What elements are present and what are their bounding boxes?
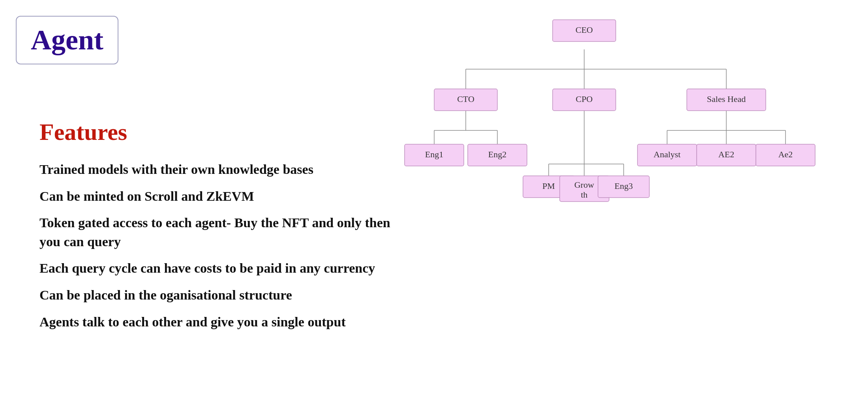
feature-item: Agents talk to each other and give you a… — [39, 313, 395, 332]
org-node-eng2-label: Eng2 — [488, 149, 506, 159]
org-node-cpo: CPO — [553, 89, 616, 111]
org-node-eng3: Eng3 — [598, 176, 649, 198]
org-node-cpo-label: CPO — [576, 94, 593, 104]
org-node-ae2b-label: Ae2 — [778, 149, 793, 159]
org-node-analyst-label: Analyst — [654, 149, 681, 159]
org-node-eng1: Eng1 — [405, 144, 464, 166]
org-node-ae2a: AE2 — [697, 144, 756, 166]
feature-item: Can be placed in the oganisational struc… — [39, 286, 395, 305]
org-node-growth-label: Grow — [574, 180, 594, 190]
org-chart-svg: CEO CTO CPO Sales Head Eng1 Eng2 — [324, 8, 853, 253]
org-node-cto-label: CTO — [457, 94, 474, 104]
org-node-eng2: Eng2 — [468, 144, 527, 166]
org-node-ae2b: Ae2 — [756, 144, 815, 166]
org-node-analyst: Analyst — [637, 144, 697, 166]
feature-item: Each query cycle can have costs to be pa… — [39, 259, 395, 278]
org-chart: CEO CTO CPO Sales Head Eng1 Eng2 — [324, 8, 853, 254]
agent-title: Agent — [31, 24, 103, 56]
org-node-saleshead-label: Sales Head — [707, 94, 746, 104]
org-node-eng3-label: Eng3 — [615, 181, 633, 191]
org-node-ceo: CEO — [553, 20, 616, 41]
org-node-pm-label: PM — [542, 181, 555, 191]
org-node-saleshead: Sales Head — [687, 89, 766, 111]
agent-title-box: Agent — [16, 16, 118, 64]
org-node-growth-label2: th — [581, 190, 587, 200]
org-node-ceo-label: CEO — [576, 25, 593, 35]
org-node-ae2a-label: AE2 — [718, 149, 734, 159]
org-node-eng1-label: Eng1 — [425, 149, 443, 159]
org-node-cto: CTO — [434, 89, 497, 111]
